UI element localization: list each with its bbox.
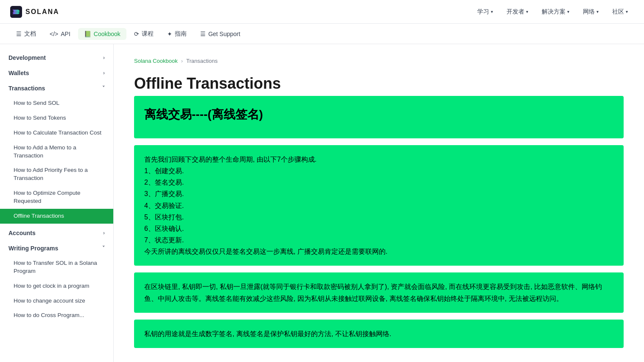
docs-icon: ☰ bbox=[16, 31, 22, 37]
security-block: 在区块链里, 私钥即一切, 私钥一旦泄露(就等同于银行卡和取款密码被别人拿到了)… bbox=[134, 272, 624, 312]
chevron-down-icon: ˅ bbox=[102, 245, 105, 251]
purpose-block: 私钥的用途就是生成数字签名, 离线签名是保护私钥最好的方法, 不让私钥接触网络. bbox=[134, 320, 624, 348]
top-nav-links: 学习 ▾ 开发者 ▾ 解决方案 ▾ 网络 ▾ 社区 ▾ bbox=[471, 5, 634, 19]
nav-network[interactable]: 网络 ▾ bbox=[577, 5, 605, 19]
subnav-support[interactable]: ☰ Get Support bbox=[194, 28, 246, 40]
subnav-api[interactable]: </> API bbox=[44, 28, 76, 40]
intro-line-8: 今天所讲的离线交易仅仅只是签名交易这一步离线, 广播交易肯定还是需要联网的. bbox=[144, 246, 613, 257]
intro-line-0: 首先我们回顾下交易的整个生命周期, 由以下7个步骤构成. bbox=[144, 154, 613, 165]
sidebar-section-header-development[interactable]: Development › bbox=[0, 51, 113, 65]
chevron-down-icon: ▾ bbox=[596, 9, 599, 14]
intro-line-4: 4、交易验证. bbox=[144, 200, 613, 211]
intro-line-5: 5、区块打包. bbox=[144, 211, 613, 223]
sidebar-section-header-wallets[interactable]: Wallets › bbox=[0, 66, 113, 80]
breadcrumb-separator: › bbox=[181, 58, 183, 64]
sidebar-section-development: Development › bbox=[0, 51, 113, 65]
intro-line-2: 2、签名交易. bbox=[144, 177, 613, 188]
writing-programs-items: How to Transfer SOL in a Solana Program … bbox=[0, 255, 113, 324]
sidebar-item-get-clock[interactable]: How to get clock in a program bbox=[0, 279, 113, 294]
courses-icon: ⟳ bbox=[134, 31, 139, 37]
sidebar-item-optimize-compute[interactable]: How to Optimize Compute Requested bbox=[0, 186, 113, 209]
sidebar-item-transaction-cost[interactable]: How to Calculate Transaction Cost bbox=[0, 126, 113, 140]
api-icon: </> bbox=[50, 31, 58, 37]
sidebar-item-change-account-size[interactable]: How to change account size bbox=[0, 294, 113, 309]
sidebar-item-send-sol[interactable]: How to Send SOL bbox=[0, 96, 113, 111]
page-subtitle-block: 离线交易----(离线签名) bbox=[134, 96, 624, 138]
sidebar-item-transfer-sol[interactable]: How to Transfer SOL in a Solana Program bbox=[0, 256, 113, 279]
sidebar-section-accounts: Accounts › bbox=[0, 226, 113, 240]
sidebar-item-cross-program[interactable]: How to do Cross Program... bbox=[0, 308, 113, 323]
page-subtitle: 离线交易----(离线签名) bbox=[144, 104, 613, 125]
chevron-down-icon: ▾ bbox=[491, 9, 493, 14]
main-content: Solana Cookbook › Transactions Offline T… bbox=[114, 44, 644, 362]
intro-line-1: 1、创建交易. bbox=[144, 165, 613, 177]
breadcrumb-link[interactable]: Solana Cookbook bbox=[134, 58, 178, 64]
chevron-down-icon: ▾ bbox=[526, 9, 528, 14]
nav-community[interactable]: 社区 ▾ bbox=[606, 5, 634, 19]
subnav-courses[interactable]: ⟳ 课程 bbox=[128, 28, 160, 40]
chevron-right-icon: › bbox=[103, 55, 105, 61]
sidebar-section-transactions: Transactions ˅ How to Send SOL How to Se… bbox=[0, 81, 113, 224]
sidebar-section-header-accounts[interactable]: Accounts › bbox=[0, 226, 113, 240]
sidebar-section-header-writing-programs[interactable]: Writing Programs ˅ bbox=[0, 241, 113, 255]
chevron-right-icon: › bbox=[103, 230, 105, 236]
support-icon: ☰ bbox=[200, 31, 206, 37]
nav-developers[interactable]: 开发者 ▾ bbox=[501, 5, 534, 19]
breadcrumb: Solana Cookbook › Transactions bbox=[134, 58, 624, 64]
purpose-text: 私钥的用途就是生成数字签名, 离线签名是保护私钥最好的方法, 不让私钥接触网络. bbox=[144, 328, 613, 340]
transactions-items: How to Send SOL How to Send Tokens How t… bbox=[0, 95, 113, 224]
sidebar-item-priority-fees[interactable]: How to Add Priority Fees to a Transactio… bbox=[0, 163, 113, 186]
sidebar-section-header-transactions[interactable]: Transactions ˅ bbox=[0, 81, 113, 95]
sidebar-item-send-tokens[interactable]: How to Send Tokens bbox=[0, 111, 113, 126]
sidebar-section-writing-programs: Writing Programs ˅ How to Transfer SOL i… bbox=[0, 241, 113, 324]
chevron-down-icon: ▾ bbox=[626, 9, 628, 14]
subnav-docs[interactable]: ☰ 文档 bbox=[10, 28, 42, 40]
nav-learn[interactable]: 学习 ▾ bbox=[471, 5, 499, 19]
security-text: 在区块链里, 私钥即一切, 私钥一旦泄露(就等同于银行卡和取款密码被别人拿到了)… bbox=[144, 281, 613, 304]
solana-logo-icon bbox=[10, 6, 22, 18]
chevron-down-icon: ▾ bbox=[567, 9, 569, 14]
intro-block: 首先我们回顾下交易的整个生命周期, 由以下7个步骤构成. 1、创建交易. 2、签… bbox=[134, 145, 624, 266]
main-layout: Development › Wallets › Transactions ˅ H… bbox=[0, 44, 644, 362]
intro-line-3: 3、广播交易. bbox=[144, 188, 613, 199]
chevron-down-icon: ˅ bbox=[102, 85, 105, 91]
sidebar-section-wallets: Wallets › bbox=[0, 66, 113, 80]
chevron-right-icon: › bbox=[103, 70, 105, 76]
page-title: Offline Transactions bbox=[134, 74, 624, 93]
breadcrumb-current: Transactions bbox=[186, 58, 218, 64]
intro-line-7: 7、状态更新. bbox=[144, 234, 613, 246]
cookbook-icon: 📗 bbox=[84, 31, 91, 37]
logo-text: SOLANA bbox=[25, 8, 59, 16]
subnav-cookbook[interactable]: 📗 Cookbook bbox=[78, 28, 126, 40]
top-nav: SOLANA 学习 ▾ 开发者 ▾ 解决方案 ▾ 网络 ▾ 社区 ▾ bbox=[0, 0, 644, 24]
logo[interactable]: SOLANA bbox=[10, 6, 59, 18]
sidebar: Development › Wallets › Transactions ˅ H… bbox=[0, 44, 114, 362]
guides-icon: ✦ bbox=[167, 31, 172, 37]
sidebar-item-memo[interactable]: How to Add a Memo to a Transaction bbox=[0, 140, 113, 163]
intro-line-6: 6、区块确认. bbox=[144, 223, 613, 234]
sidebar-item-offline-transactions[interactable]: Offline Transactions bbox=[0, 209, 113, 224]
subnav-guides[interactable]: ✦ 指南 bbox=[161, 28, 193, 40]
sub-nav: ☰ 文档 </> API 📗 Cookbook ⟳ 课程 ✦ 指南 ☰ Get … bbox=[0, 24, 644, 44]
nav-solutions[interactable]: 解决方案 ▾ bbox=[536, 5, 575, 19]
